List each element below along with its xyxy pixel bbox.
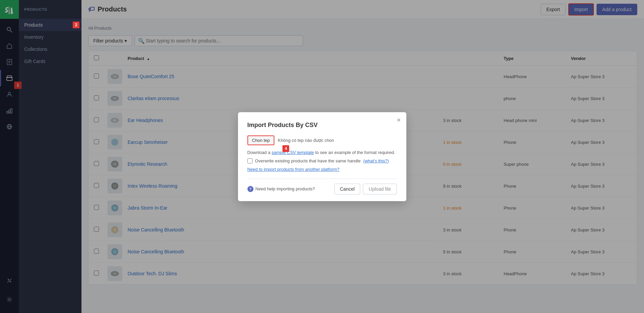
upload-button[interactable]: Upload file [363, 184, 397, 194]
choose-file-button[interactable]: Chon tep 4 [247, 135, 275, 145]
modal-title: Import Products By CSV [247, 122, 397, 129]
file-input-row: Chon tep 4 Không có tep nào được chon [247, 135, 397, 145]
whats-this-link[interactable]: (what's this?) [363, 158, 389, 163]
modal-footer: ? Need help importing products? Cancel U… [247, 179, 397, 194]
annotation-4: 4 [282, 145, 289, 152]
overwrite-row: Overwrite existing products that have th… [247, 158, 397, 163]
help-section: ? Need help importing products? [247, 186, 315, 192]
modal-overlay[interactable]: × Import Products By CSV Chon tep 4 Khôn… [0, 0, 644, 313]
overwrite-checkbox[interactable] [247, 158, 252, 163]
file-name-display: Không có tep nào được chon [278, 138, 334, 143]
modal-actions: Cancel Upload file [334, 184, 397, 194]
modal-close-button[interactable]: × [397, 116, 401, 124]
import-modal: × Import Products By CSV Chon tep 4 Khôn… [238, 112, 406, 201]
template-link[interactable]: sample CSV template [272, 150, 314, 155]
download-template-row: Download a sample CSV template to see an… [247, 150, 397, 155]
annotation-2: 2 [73, 22, 79, 28]
import-platform-link[interactable]: Need to import products from another pla… [247, 167, 397, 172]
help-icon: ? [247, 186, 253, 192]
cancel-button[interactable]: Cancel [334, 184, 361, 194]
